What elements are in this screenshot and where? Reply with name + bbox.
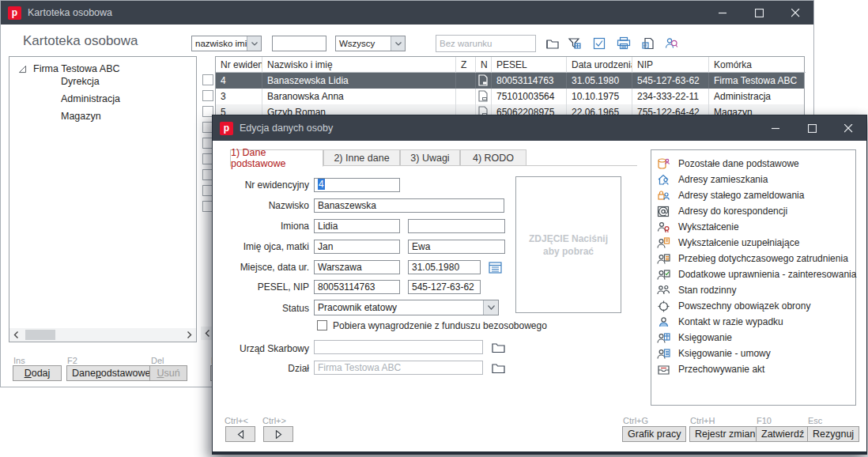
folder-icon[interactable] — [545, 36, 560, 51]
work-schedule-button[interactable]: Grafik pracy — [622, 426, 686, 442]
table-row[interactable]: 3 Baranowska Anna 75101003564 10.10.1975… — [216, 89, 804, 104]
photo-placeholder-text: ZDJĘCIE Naciśnij — [529, 232, 608, 245]
page-title: Kartoteka osobowa — [23, 33, 138, 49]
checklist-icon[interactable] — [591, 36, 607, 51]
col-header-pesel[interactable]: PESEL — [492, 57, 567, 73]
scrollbar-thumb[interactable] — [25, 330, 55, 340]
minimize-icon[interactable] — [757, 115, 794, 141]
close-icon[interactable] — [830, 115, 866, 141]
imiona-field[interactable] — [314, 219, 400, 233]
maximize-icon[interactable] — [741, 1, 777, 25]
archive-icon — [657, 363, 670, 376]
maximize-icon[interactable] — [794, 115, 830, 141]
imiona-2-field[interactable] — [408, 219, 505, 233]
row-checkbox[interactable] — [202, 74, 213, 85]
folder-icon[interactable] — [491, 340, 506, 354]
dzial-field[interactable] — [314, 361, 483, 375]
col-header-n[interactable]: N — [476, 57, 492, 73]
photo-placeholder[interactable]: ZDJĘCIE Naciśnij aby pobrać — [515, 176, 621, 313]
scroll-right-icon[interactable] — [183, 328, 196, 342]
tree-horizontal-scrollbar[interactable] — [9, 328, 196, 342]
document-note-icon — [476, 73, 492, 89]
nip-field[interactable] — [408, 280, 481, 294]
section-ksiegowanie-umowy[interactable]: Księgowanie - umowy — [651, 346, 855, 361]
tree-item-dyrekcja[interactable]: Dyrekcja — [61, 76, 100, 87]
scroll-left-icon[interactable] — [9, 328, 23, 342]
col-header-nr[interactable]: Nr ewidenc. — [216, 57, 262, 73]
change-log-button[interactable]: Rejestr zmian — [689, 426, 760, 442]
section-stan-rodzinny[interactable]: Stan rodzinny — [651, 282, 855, 298]
pesel-nip-label: PESEL, NIP — [213, 281, 309, 293]
shortcut-f10: F10 — [757, 416, 772, 425]
folder-icon[interactable] — [491, 361, 506, 375]
close-icon[interactable] — [777, 1, 813, 25]
col-header-nip[interactable]: NIP — [632, 57, 709, 73]
home-person-icon — [657, 173, 670, 187]
tree-item-root[interactable]: Firma Testowa ABC — [17, 63, 120, 74]
app-logo-icon: p — [8, 6, 21, 20]
status-select[interactable]: Pracownik etatowy — [314, 300, 499, 315]
col-header-unit[interactable]: Komórka — [709, 57, 806, 73]
app-logo-icon: p — [220, 122, 233, 135]
tree-item-magazyn[interactable]: Magazyn — [61, 111, 101, 122]
search-input[interactable] — [272, 36, 326, 51]
export-document-icon[interactable] — [640, 36, 656, 51]
fund-checkbox[interactable] — [317, 320, 327, 330]
col-header-birthdate[interactable]: Data urodzenia — [567, 57, 632, 73]
shortcut-ctrl-next: Ctrl+> — [262, 416, 286, 425]
data-urodzenia-field[interactable] — [408, 260, 481, 274]
person-list-icon — [657, 236, 670, 250]
add-button[interactable]: Dodaj — [13, 365, 62, 381]
shortcut-ins: Ins — [13, 356, 25, 365]
section-obowiazek-obrony[interactable]: Powszechny obowiązek obrony — [651, 298, 855, 314]
dzial-label: Dział — [213, 363, 309, 374]
section-adresy-zamieszkania[interactable]: Adresy zamieszkania — [651, 172, 855, 187]
next-person-button[interactable] — [263, 426, 293, 442]
section-ksiegowanie[interactable]: Księgowanie — [651, 330, 855, 346]
section-adresy-korespondencja[interactable]: Adresy do korespondencji — [651, 203, 855, 219]
delete-button[interactable]: Usuń — [149, 365, 187, 381]
col-header-z[interactable]: Z — [456, 57, 476, 73]
section-wyksztalcenie-uzup[interactable]: Wykształcenie uzupełniające — [651, 235, 855, 251]
section-adresy-zameldowania[interactable]: Adresy stałego zameldowania — [651, 187, 855, 203]
section-przechowywanie-akt[interactable]: Przechowywanie akt — [651, 361, 855, 377]
condition-input[interactable] — [436, 35, 536, 52]
printer-icon[interactable] — [616, 36, 632, 51]
person-search-icon[interactable] — [663, 36, 679, 51]
pesel-field[interactable] — [314, 280, 400, 294]
field-selector-combo[interactable]: nazwisko imię — [191, 36, 262, 51]
nr-ewidencyjny-field[interactable]: 4 — [314, 178, 400, 192]
previous-person-button[interactable] — [225, 426, 255, 442]
main-window-title: Kartoteka osobowa — [28, 7, 112, 18]
shortcut-ctrl-prev: Ctrl+< — [225, 416, 248, 425]
section-wyksztalcenie[interactable]: Wykształcenie — [651, 219, 855, 235]
table-row[interactable]: 4 Banaszewska Lidia 80053114763 31.05.19… — [216, 73, 804, 89]
row-checkbox[interactable] — [202, 90, 213, 101]
section-pozostale-dane[interactable]: Pozostałe dane podstawowe — [651, 156, 855, 172]
tab-inne-dane[interactable]: 2) Inne dane — [323, 149, 400, 166]
section-przebieg-zatrudnienia[interactable]: Przebieg dotychczasowego zatrudnienia — [651, 251, 855, 266]
tab-dane-podstawowe[interactable]: 1) Dane podstawowe — [230, 149, 323, 167]
basic-data-button[interactable]: Dane podstawowe — [66, 365, 156, 381]
cancel-button[interactable]: Rezygnuj — [807, 426, 859, 442]
urzad-skarbowy-field[interactable] — [314, 340, 483, 354]
section-kontakt-wypadek[interactable]: Kontakt w razie wypadku — [651, 314, 855, 330]
tab-uwagi[interactable]: 3) Uwagi — [400, 149, 460, 166]
target-icon — [657, 300, 670, 313]
tree-item-administracja[interactable]: Administracja — [61, 93, 120, 104]
nazwisko-field[interactable] — [314, 198, 504, 213]
calendar-icon[interactable] — [488, 260, 503, 274]
edit-person-dialog: p Edycja danych osoby 1) Dane podstawowe… — [212, 115, 867, 455]
confirm-button[interactable]: Zatwierdź — [756, 426, 810, 442]
tab-rodo[interactable]: 4) RODO — [460, 149, 526, 166]
imie-matki-field[interactable] — [408, 240, 505, 254]
scope-combo[interactable]: Wszyscy — [335, 36, 406, 51]
chevron-down-icon — [483, 300, 498, 315]
imie-ojca-field[interactable] — [314, 240, 400, 254]
filter-icon[interactable] — [567, 36, 583, 51]
minimize-icon[interactable] — [704, 1, 741, 25]
section-dodatkowe-uprawnienia[interactable]: Dodatkowe uprawnienia - zainteresowania — [651, 266, 855, 282]
miejsce-urodzenia-field[interactable] — [314, 260, 400, 274]
nr-ewidencyjny-label: Nr ewidencyjny — [213, 179, 309, 191]
col-header-name[interactable]: Nazwisko i imię — [262, 57, 456, 73]
